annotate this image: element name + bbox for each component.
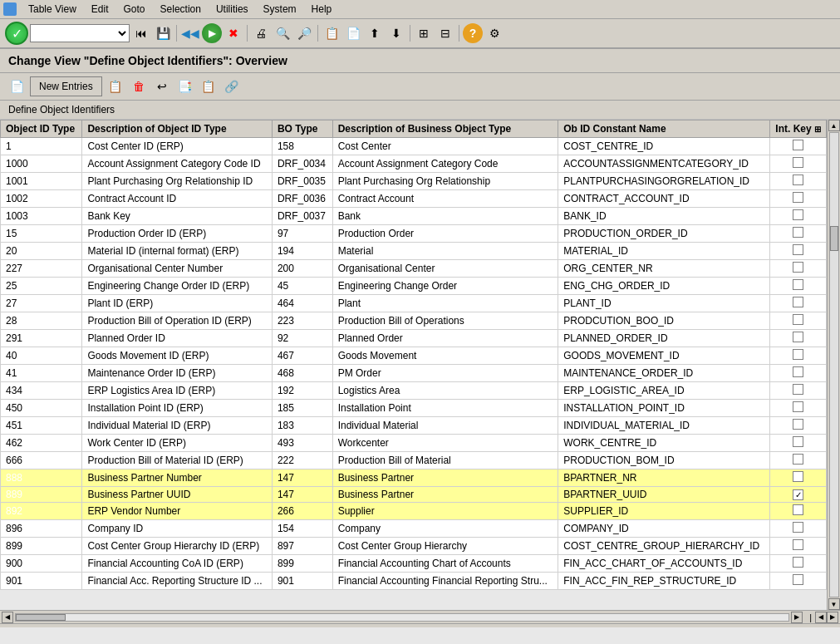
table-row[interactable]: 28 Production Bill of Operation ID (ERP)… <box>1 312 827 330</box>
cell-int-key[interactable] <box>770 330 827 347</box>
cell-int-key[interactable] <box>770 503 827 520</box>
cell-int-key[interactable] <box>770 400 827 417</box>
table-row[interactable]: 888 Business Partner Number 147 Business… <box>1 469 827 487</box>
h-scroll-track[interactable] <box>15 613 789 622</box>
int-key-checkbox[interactable] <box>793 522 803 533</box>
cell-int-key[interactable] <box>770 260 827 278</box>
cell-int-key[interactable] <box>770 312 827 330</box>
cell-int-key[interactable] <box>770 555 827 573</box>
table-row[interactable]: 15 Production Order ID (ERP) 97 Producti… <box>1 225 827 243</box>
int-key-checkbox[interactable] <box>793 140 803 150</box>
int-key-checkbox[interactable] <box>793 332 803 342</box>
table-row[interactable]: 889 Business Partner UUID 147 Business P… <box>1 487 827 503</box>
cell-int-key[interactable] <box>770 520 827 538</box>
table-row[interactable]: 666 Production Bill of Material ID (ERP)… <box>1 452 827 469</box>
table-row[interactable]: 901 Financial Acc. Reporting Structure I… <box>1 573 827 590</box>
table-row[interactable]: 462 Work Center ID (ERP) 493 Workcenter … <box>1 435 827 452</box>
help-btn[interactable]: ? <box>463 23 483 43</box>
save-btn[interactable]: 💾 <box>153 23 173 43</box>
h-scroll-right2[interactable]: ▶ <box>827 612 838 623</box>
int-key-checkbox[interactable] <box>793 504 803 515</box>
h-scroll-left2[interactable]: ◀ <box>815 612 827 623</box>
int-key-checkbox[interactable] <box>793 557 803 568</box>
int-key-checkbox[interactable] <box>793 192 803 203</box>
layout2-btn[interactable]: ⊟ <box>435 23 455 43</box>
int-key-checkbox[interactable] <box>793 366 803 377</box>
back-btn[interactable]: ◀◀ <box>180 23 200 43</box>
menu-goto[interactable]: Goto <box>117 2 152 17</box>
cell-int-key[interactable] <box>770 190 827 208</box>
int-key-checkbox[interactable] <box>793 209 803 220</box>
copy-btn[interactable]: 📋 <box>322 23 341 43</box>
cell-int-key[interactable] <box>770 155 827 173</box>
delete-btn[interactable]: 🗑 <box>129 76 149 96</box>
int-key-checkbox[interactable]: ✓ <box>793 489 803 500</box>
table-row[interactable]: 291 Planned Order ID 92 Planned Order PL… <box>1 330 827 347</box>
int-key-checkbox[interactable] <box>793 454 803 465</box>
cell-int-key[interactable] <box>770 365 827 382</box>
menu-utilities[interactable]: Utilities <box>209 2 255 17</box>
int-key-checkbox[interactable] <box>793 244 803 255</box>
cancel-btn[interactable]: ✖ <box>224 23 243 43</box>
table-row[interactable]: 899 Cost Center Group Hierarchy ID (ERP)… <box>1 538 827 555</box>
detail-view2-btn[interactable]: 📋 <box>199 76 219 96</box>
paste-btn[interactable]: 📄 <box>343 23 363 43</box>
table-row[interactable]: 1 Cost Center ID (ERP) 158 Cost Center C… <box>1 138 827 155</box>
table-row[interactable]: 896 Company ID 154 Company COMPANY_ID <box>1 520 827 538</box>
toolbar-combo[interactable] <box>30 24 130 42</box>
cell-int-key[interactable]: ✓ <box>770 487 827 503</box>
cell-int-key[interactable] <box>770 347 827 365</box>
table-scroll[interactable]: Object ID Type Description of Object ID … <box>0 120 827 610</box>
confirm-button[interactable]: ✓ <box>5 22 28 45</box>
menu-selection[interactable]: Selection <box>154 2 208 17</box>
undo-btn[interactable]: ↩ <box>152 76 172 96</box>
nav-first-btn[interactable]: ⏮ <box>131 23 151 43</box>
cell-int-key[interactable] <box>770 208 827 225</box>
int-key-checkbox[interactable] <box>793 436 803 447</box>
table-row[interactable]: 900 Financial Accounting CoA ID (ERP) 89… <box>1 555 827 573</box>
cell-int-key[interactable] <box>770 417 827 435</box>
scroll-up-arrow[interactable]: ▲ <box>828 120 840 131</box>
int-key-checkbox[interactable] <box>793 157 803 168</box>
table-row[interactable]: 1001 Plant Purchasing Org Relationship I… <box>1 173 827 190</box>
scroll-down-arrow[interactable]: ▼ <box>828 598 840 610</box>
scroll-right-arrow[interactable]: ▶ <box>791 612 803 623</box>
cell-int-key[interactable] <box>770 452 827 469</box>
down-btn[interactable]: ⬇ <box>386 23 406 43</box>
int-key-checkbox[interactable] <box>793 262 803 273</box>
forward-btn[interactable]: ▶ <box>202 23 222 43</box>
table-row[interactable]: 451 Individual Material ID (ERP) 183 Ind… <box>1 417 827 435</box>
scroll-left-arrow[interactable]: ◀ <box>2 612 13 623</box>
int-key-checkbox[interactable] <box>793 297 803 307</box>
document-icon-btn[interactable]: 📄 <box>7 76 27 96</box>
table-row[interactable]: 450 Installation Point ID (ERP) 185 Inst… <box>1 400 827 417</box>
table-row[interactable]: 41 Maintenance Order ID (ERP) 468 PM Ord… <box>1 365 827 382</box>
up-btn[interactable]: ⬆ <box>365 23 385 43</box>
table-row[interactable]: 27 Plant ID (ERP) 464 Plant PLANT_ID <box>1 295 827 312</box>
int-key-checkbox[interactable] <box>793 401 803 412</box>
table-row[interactable]: 1000 Account Assignment Category Code ID… <box>1 155 827 173</box>
int-key-checkbox[interactable] <box>793 539 803 550</box>
table-row[interactable]: 434 ERP Logistics Area ID (ERP) 192 Logi… <box>1 382 827 400</box>
new-entries-button[interactable]: New Entries <box>30 76 102 96</box>
int-key-checkbox[interactable] <box>793 314 803 325</box>
table-row[interactable]: 227 Organisational Center Number 200 Org… <box>1 260 827 278</box>
settings-btn[interactable]: ⚙ <box>484 23 504 43</box>
print-btn[interactable]: 🖨 <box>251 23 271 43</box>
cell-int-key[interactable] <box>770 469 827 487</box>
scroll-track[interactable] <box>829 132 839 597</box>
menu-help[interactable]: Help <box>305 2 339 17</box>
int-key-checkbox[interactable] <box>793 419 803 430</box>
table-row[interactable]: 1003 Bank Key DRF_0037 Bank BANK_ID <box>1 208 827 225</box>
relationship-btn[interactable]: 🔗 <box>222 76 242 96</box>
find-next-btn[interactable]: 🔎 <box>294 23 314 43</box>
int-key-checkbox[interactable] <box>793 175 803 185</box>
int-key-checkbox[interactable] <box>793 227 803 238</box>
scroll-thumb[interactable] <box>830 226 838 251</box>
cell-int-key[interactable] <box>770 382 827 400</box>
copy-doc-btn[interactable]: 📋 <box>106 76 125 96</box>
cell-int-key[interactable] <box>770 243 827 260</box>
cell-int-key[interactable] <box>770 538 827 555</box>
cell-int-key[interactable] <box>770 225 827 243</box>
detail-view-btn[interactable]: 📑 <box>175 76 195 96</box>
